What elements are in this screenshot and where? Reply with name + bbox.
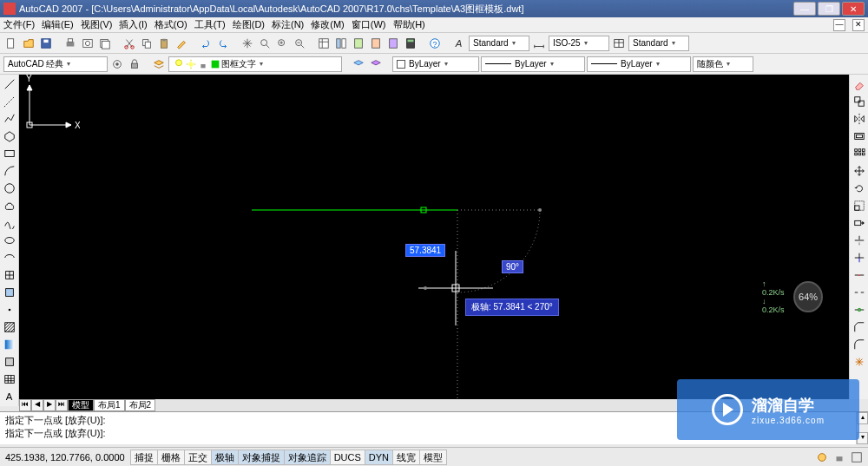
layer-combo[interactable]: 图框文字▾ (168, 56, 342, 72)
tab-prev-icon[interactable]: ◀ (31, 399, 43, 411)
arc-icon[interactable] (2, 163, 17, 179)
lock-toolbar-icon[interactable] (832, 450, 847, 465)
scale-icon[interactable] (852, 198, 867, 213)
status-toggle-8[interactable]: 线宽 (392, 450, 420, 465)
drawing-area[interactable]: 57.3841 90° 极轴: 57.3841 < 270° X Y ↑ 0.2… (19, 75, 849, 399)
tool-palettes-icon[interactable] (351, 36, 366, 51)
copy-icon[interactable] (139, 36, 155, 51)
zoom-realtime-icon[interactable] (257, 36, 273, 51)
point-icon[interactable] (2, 302, 17, 318)
make-block-icon[interactable] (2, 285, 17, 300)
pan-icon[interactable] (240, 36, 255, 51)
plot-preview-icon[interactable] (80, 36, 95, 51)
print-icon[interactable] (62, 36, 78, 51)
dynamic-input-angle[interactable]: 90° (502, 260, 523, 273)
zoom-previous-icon[interactable] (292, 36, 307, 51)
menu-edit[interactable]: 编辑(E) (42, 18, 74, 31)
paste-icon[interactable] (156, 36, 172, 51)
hatch-icon[interactable] (2, 319, 17, 335)
status-toggle-5[interactable]: 对象追踪 (284, 450, 331, 465)
new-icon[interactable] (3, 36, 19, 51)
tab-layout1[interactable]: 布局1 (94, 399, 125, 411)
fillet-icon[interactable] (852, 337, 867, 352)
move-icon[interactable] (852, 163, 867, 179)
menu-dimension[interactable]: 标注(N) (272, 18, 304, 31)
sheet-set-icon[interactable] (368, 36, 384, 51)
close-button[interactable]: ✕ (842, 2, 865, 16)
menu-tools[interactable]: 工具(T) (194, 18, 226, 31)
status-toggle-2[interactable]: 正交 (184, 450, 212, 465)
menu-view[interactable]: 视图(V) (81, 18, 113, 31)
ellipse-arc-icon[interactable] (2, 250, 17, 266)
menu-format[interactable]: 格式(O) (155, 18, 187, 31)
table-style-combo[interactable]: Standard▾ (628, 36, 689, 51)
linetype-combo[interactable]: ByLayer▾ (481, 56, 585, 72)
status-toggle-0[interactable]: 捕捉 (130, 450, 158, 465)
menu-draw[interactable]: 绘图(D) (233, 18, 265, 31)
markup-icon[interactable] (385, 36, 401, 51)
tab-next-icon[interactable]: ▶ (43, 399, 56, 411)
dim-style-icon[interactable] (531, 36, 547, 51)
extend-icon[interactable] (852, 250, 867, 266)
region-icon[interactable] (2, 354, 17, 370)
break-at-point-icon[interactable] (852, 267, 867, 283)
dim-style-combo[interactable]: ISO-25▾ (549, 36, 609, 51)
save-icon[interactable] (38, 36, 54, 51)
status-toggle-9[interactable]: 模型 (419, 450, 447, 465)
rectangle-icon[interactable] (2, 146, 17, 161)
coordinates-display[interactable]: 425.1938, 120.7766, 0.0000 (0, 452, 131, 463)
circle-icon[interactable] (2, 180, 17, 196)
clean-screen-icon[interactable] (849, 450, 865, 465)
construction-line-icon[interactable] (2, 94, 17, 109)
lock-ui-icon[interactable] (127, 56, 142, 72)
mtext-icon[interactable]: A (2, 389, 17, 404)
design-center-icon[interactable] (333, 36, 349, 51)
insert-block-icon[interactable] (2, 267, 17, 283)
status-toggle-3[interactable]: 极轴 (211, 450, 239, 465)
comm-center-icon[interactable] (814, 450, 830, 465)
help-icon[interactable]: ? (427, 36, 443, 51)
workspace-settings-icon[interactable] (109, 56, 125, 72)
lineweight-combo[interactable]: ByLayer▾ (587, 56, 691, 72)
layer-previous-icon[interactable] (351, 56, 366, 72)
copy-object-icon[interactable] (852, 94, 867, 109)
join-icon[interactable] (852, 302, 867, 318)
maximize-button[interactable]: ❐ (818, 2, 840, 16)
layer-manager-icon[interactable] (151, 56, 167, 72)
undo-icon[interactable] (198, 36, 214, 51)
tab-last-icon[interactable]: ⏭ (56, 399, 68, 411)
plotstyle-combo[interactable]: 随颜色▾ (693, 56, 753, 72)
match-properties-icon[interactable] (174, 36, 189, 51)
break-icon[interactable] (852, 285, 867, 300)
spline-icon[interactable] (2, 215, 17, 231)
text-style-combo[interactable]: Standard▾ (469, 36, 529, 51)
status-toggle-6[interactable]: DUCS (330, 450, 365, 465)
chamfer-icon[interactable] (852, 319, 867, 335)
publish-icon[interactable] (97, 36, 113, 51)
status-toggle-7[interactable]: DYN (365, 450, 393, 465)
open-icon[interactable] (21, 36, 36, 51)
explode-icon[interactable] (852, 354, 867, 370)
tab-layout2[interactable]: 布局2 (125, 399, 156, 411)
table-style-icon[interactable] (611, 36, 627, 51)
menu-insert[interactable]: 插入(I) (119, 18, 147, 31)
menu-modify[interactable]: 修改(M) (311, 18, 345, 31)
revision-cloud-icon[interactable] (2, 198, 17, 213)
tab-model[interactable]: 模型 (68, 399, 94, 411)
offset-icon[interactable] (852, 128, 867, 144)
stretch-icon[interactable] (852, 215, 867, 231)
polyline-icon[interactable] (2, 111, 17, 127)
redo-icon[interactable] (215, 36, 231, 51)
status-toggle-1[interactable]: 栅格 (157, 450, 185, 465)
zoom-window-icon[interactable] (274, 36, 290, 51)
mirror-icon[interactable] (852, 111, 867, 127)
layer-states-icon[interactable] (368, 56, 384, 72)
minimize-button[interactable]: — (793, 2, 816, 16)
dynamic-input-distance[interactable]: 57.3841 (405, 244, 445, 257)
ellipse-icon[interactable] (2, 233, 17, 248)
doc-minimize-button[interactable]: — (833, 19, 845, 31)
menu-help[interactable]: 帮助(H) (393, 18, 425, 31)
workspace-combo[interactable]: AutoCAD 经典▾ (3, 56, 108, 72)
properties-icon[interactable] (316, 36, 332, 51)
status-toggle-4[interactable]: 对象捕捉 (238, 450, 285, 465)
